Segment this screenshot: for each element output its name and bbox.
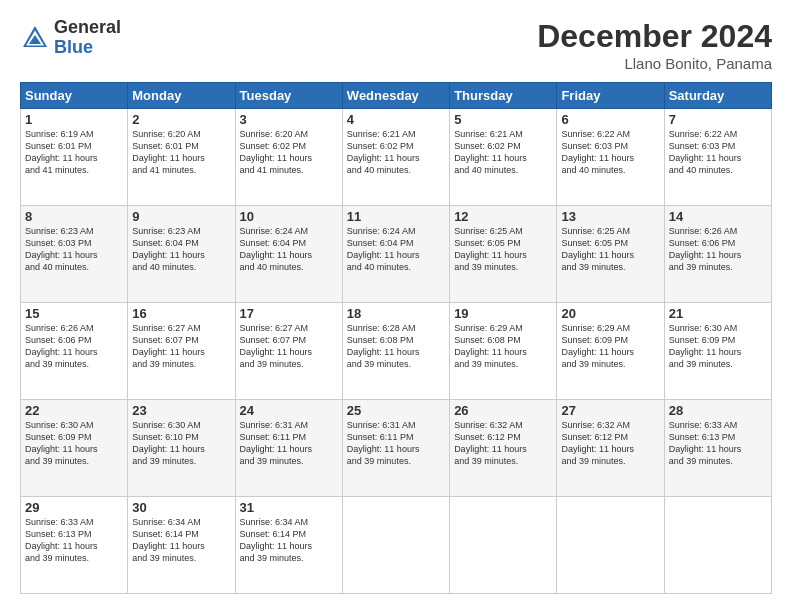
day-info: Sunrise: 6:28 AM Sunset: 6:08 PM Dayligh…	[347, 322, 445, 371]
day-info: Sunrise: 6:31 AM Sunset: 6:11 PM Dayligh…	[240, 419, 338, 468]
day-info: Sunrise: 6:25 AM Sunset: 6:05 PM Dayligh…	[561, 225, 659, 274]
calendar-cell-2-3: 18Sunrise: 6:28 AM Sunset: 6:08 PM Dayli…	[342, 303, 449, 400]
header-saturday: Saturday	[664, 83, 771, 109]
day-info: Sunrise: 6:33 AM Sunset: 6:13 PM Dayligh…	[669, 419, 767, 468]
day-number: 5	[454, 112, 552, 127]
calendar-cell-3-0: 22Sunrise: 6:30 AM Sunset: 6:09 PM Dayli…	[21, 400, 128, 497]
calendar-cell-1-1: 9Sunrise: 6:23 AM Sunset: 6:04 PM Daylig…	[128, 206, 235, 303]
calendar-header: Sunday Monday Tuesday Wednesday Thursday…	[21, 83, 772, 109]
day-number: 29	[25, 500, 123, 515]
calendar-cell-0-4: 5Sunrise: 6:21 AM Sunset: 6:02 PM Daylig…	[450, 109, 557, 206]
logo-icon	[20, 23, 50, 53]
day-info: Sunrise: 6:27 AM Sunset: 6:07 PM Dayligh…	[240, 322, 338, 371]
calendar-cell-1-6: 14Sunrise: 6:26 AM Sunset: 6:06 PM Dayli…	[664, 206, 771, 303]
day-number: 25	[347, 403, 445, 418]
calendar-cell-4-1: 30Sunrise: 6:34 AM Sunset: 6:14 PM Dayli…	[128, 497, 235, 594]
calendar-cell-1-2: 10Sunrise: 6:24 AM Sunset: 6:04 PM Dayli…	[235, 206, 342, 303]
day-info: Sunrise: 6:30 AM Sunset: 6:10 PM Dayligh…	[132, 419, 230, 468]
day-number: 13	[561, 209, 659, 224]
title-block: December 2024 Llano Bonito, Panama	[537, 18, 772, 72]
calendar-cell-4-5	[557, 497, 664, 594]
calendar-cell-4-6	[664, 497, 771, 594]
logo: General Blue	[20, 18, 121, 58]
day-number: 31	[240, 500, 338, 515]
page: General Blue December 2024 Llano Bonito,…	[0, 0, 792, 612]
week-row-4: 22Sunrise: 6:30 AM Sunset: 6:09 PM Dayli…	[21, 400, 772, 497]
calendar-cell-0-2: 3Sunrise: 6:20 AM Sunset: 6:02 PM Daylig…	[235, 109, 342, 206]
day-info: Sunrise: 6:23 AM Sunset: 6:04 PM Dayligh…	[132, 225, 230, 274]
day-number: 1	[25, 112, 123, 127]
calendar-cell-3-4: 26Sunrise: 6:32 AM Sunset: 6:12 PM Dayli…	[450, 400, 557, 497]
day-info: Sunrise: 6:33 AM Sunset: 6:13 PM Dayligh…	[25, 516, 123, 565]
week-row-1: 1Sunrise: 6:19 AM Sunset: 6:01 PM Daylig…	[21, 109, 772, 206]
day-number: 27	[561, 403, 659, 418]
day-header-row: Sunday Monday Tuesday Wednesday Thursday…	[21, 83, 772, 109]
day-number: 2	[132, 112, 230, 127]
calendar-cell-1-0: 8Sunrise: 6:23 AM Sunset: 6:03 PM Daylig…	[21, 206, 128, 303]
day-number: 7	[669, 112, 767, 127]
day-number: 16	[132, 306, 230, 321]
calendar-cell-2-2: 17Sunrise: 6:27 AM Sunset: 6:07 PM Dayli…	[235, 303, 342, 400]
day-info: Sunrise: 6:27 AM Sunset: 6:07 PM Dayligh…	[132, 322, 230, 371]
day-info: Sunrise: 6:20 AM Sunset: 6:01 PM Dayligh…	[132, 128, 230, 177]
day-number: 3	[240, 112, 338, 127]
day-number: 4	[347, 112, 445, 127]
main-title: December 2024	[537, 18, 772, 55]
calendar-cell-2-5: 20Sunrise: 6:29 AM Sunset: 6:09 PM Dayli…	[557, 303, 664, 400]
week-row-2: 8Sunrise: 6:23 AM Sunset: 6:03 PM Daylig…	[21, 206, 772, 303]
header-tuesday: Tuesday	[235, 83, 342, 109]
day-info: Sunrise: 6:31 AM Sunset: 6:11 PM Dayligh…	[347, 419, 445, 468]
day-info: Sunrise: 6:26 AM Sunset: 6:06 PM Dayligh…	[669, 225, 767, 274]
calendar-cell-4-0: 29Sunrise: 6:33 AM Sunset: 6:13 PM Dayli…	[21, 497, 128, 594]
day-info: Sunrise: 6:24 AM Sunset: 6:04 PM Dayligh…	[240, 225, 338, 274]
calendar-cell-0-1: 2Sunrise: 6:20 AM Sunset: 6:01 PM Daylig…	[128, 109, 235, 206]
day-info: Sunrise: 6:30 AM Sunset: 6:09 PM Dayligh…	[669, 322, 767, 371]
day-number: 19	[454, 306, 552, 321]
day-info: Sunrise: 6:24 AM Sunset: 6:04 PM Dayligh…	[347, 225, 445, 274]
day-number: 6	[561, 112, 659, 127]
week-row-3: 15Sunrise: 6:26 AM Sunset: 6:06 PM Dayli…	[21, 303, 772, 400]
calendar-cell-3-5: 27Sunrise: 6:32 AM Sunset: 6:12 PM Dayli…	[557, 400, 664, 497]
day-number: 18	[347, 306, 445, 321]
day-number: 14	[669, 209, 767, 224]
day-number: 15	[25, 306, 123, 321]
calendar-cell-4-3	[342, 497, 449, 594]
calendar-cell-0-6: 7Sunrise: 6:22 AM Sunset: 6:03 PM Daylig…	[664, 109, 771, 206]
day-number: 26	[454, 403, 552, 418]
day-info: Sunrise: 6:26 AM Sunset: 6:06 PM Dayligh…	[25, 322, 123, 371]
calendar-cell-1-3: 11Sunrise: 6:24 AM Sunset: 6:04 PM Dayli…	[342, 206, 449, 303]
day-info: Sunrise: 6:23 AM Sunset: 6:03 PM Dayligh…	[25, 225, 123, 274]
day-number: 22	[25, 403, 123, 418]
logo-blue-text: Blue	[54, 38, 121, 58]
calendar-cell-3-2: 24Sunrise: 6:31 AM Sunset: 6:11 PM Dayli…	[235, 400, 342, 497]
calendar-cell-1-5: 13Sunrise: 6:25 AM Sunset: 6:05 PM Dayli…	[557, 206, 664, 303]
header-thursday: Thursday	[450, 83, 557, 109]
calendar-cell-3-3: 25Sunrise: 6:31 AM Sunset: 6:11 PM Dayli…	[342, 400, 449, 497]
calendar-cell-4-4	[450, 497, 557, 594]
day-number: 20	[561, 306, 659, 321]
logo-text: General Blue	[54, 18, 121, 58]
day-number: 21	[669, 306, 767, 321]
day-number: 9	[132, 209, 230, 224]
calendar-cell-3-1: 23Sunrise: 6:30 AM Sunset: 6:10 PM Dayli…	[128, 400, 235, 497]
calendar-cell-2-0: 15Sunrise: 6:26 AM Sunset: 6:06 PM Dayli…	[21, 303, 128, 400]
day-info: Sunrise: 6:21 AM Sunset: 6:02 PM Dayligh…	[347, 128, 445, 177]
day-info: Sunrise: 6:29 AM Sunset: 6:08 PM Dayligh…	[454, 322, 552, 371]
calendar-cell-2-4: 19Sunrise: 6:29 AM Sunset: 6:08 PM Dayli…	[450, 303, 557, 400]
header-wednesday: Wednesday	[342, 83, 449, 109]
subtitle: Llano Bonito, Panama	[537, 55, 772, 72]
day-number: 17	[240, 306, 338, 321]
logo-general-text: General	[54, 18, 121, 38]
calendar-cell-4-2: 31Sunrise: 6:34 AM Sunset: 6:14 PM Dayli…	[235, 497, 342, 594]
calendar-cell-2-1: 16Sunrise: 6:27 AM Sunset: 6:07 PM Dayli…	[128, 303, 235, 400]
week-row-5: 29Sunrise: 6:33 AM Sunset: 6:13 PM Dayli…	[21, 497, 772, 594]
day-info: Sunrise: 6:20 AM Sunset: 6:02 PM Dayligh…	[240, 128, 338, 177]
calendar-body: 1Sunrise: 6:19 AM Sunset: 6:01 PM Daylig…	[21, 109, 772, 594]
day-number: 10	[240, 209, 338, 224]
calendar-table: Sunday Monday Tuesday Wednesday Thursday…	[20, 82, 772, 594]
header: General Blue December 2024 Llano Bonito,…	[20, 18, 772, 72]
header-monday: Monday	[128, 83, 235, 109]
day-info: Sunrise: 6:22 AM Sunset: 6:03 PM Dayligh…	[561, 128, 659, 177]
calendar-cell-0-5: 6Sunrise: 6:22 AM Sunset: 6:03 PM Daylig…	[557, 109, 664, 206]
calendar-cell-1-4: 12Sunrise: 6:25 AM Sunset: 6:05 PM Dayli…	[450, 206, 557, 303]
